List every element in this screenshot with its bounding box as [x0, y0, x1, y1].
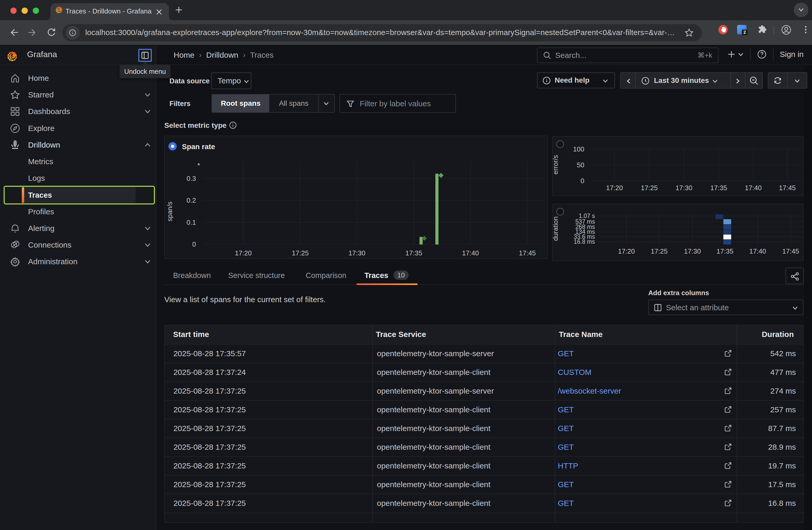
svg-text:50: 50	[577, 161, 584, 169]
svg-text:0.1: 0.1	[187, 219, 196, 226]
svg-text:17:45: 17:45	[782, 247, 799, 255]
svg-text:17:20: 17:20	[235, 249, 251, 257]
svg-text:17:45: 17:45	[519, 249, 536, 257]
svg-text:0.2: 0.2	[187, 196, 196, 204]
svg-text:error/s: error/s	[552, 155, 559, 174]
svg-text:17:40: 17:40	[745, 184, 762, 192]
svg-text:17:35: 17:35	[405, 249, 422, 257]
svg-text:100: 100	[573, 145, 584, 153]
svg-text:17:20: 17:20	[606, 184, 623, 192]
svg-text:17:20: 17:20	[618, 247, 635, 255]
svg-text:17:35: 17:35	[716, 247, 733, 255]
svg-text:16.8 ms: 16.8 ms	[574, 238, 595, 245]
svg-text:span/s: span/s	[166, 202, 174, 222]
svg-text:17:30: 17:30	[676, 184, 693, 192]
svg-text:17:40: 17:40	[749, 247, 766, 255]
svg-text:0: 0	[192, 240, 196, 248]
svg-text:duration: duration	[552, 217, 559, 241]
svg-text:17:35: 17:35	[710, 184, 727, 192]
svg-text:17:25: 17:25	[641, 184, 657, 192]
svg-text:17:25: 17:25	[292, 249, 309, 257]
svg-text:0.3: 0.3	[187, 175, 196, 182]
svg-text:17:30: 17:30	[684, 247, 701, 255]
svg-text:0: 0	[581, 177, 584, 185]
svg-text:17:40: 17:40	[462, 249, 479, 257]
svg-text:17:25: 17:25	[651, 247, 667, 255]
svg-text:17:30: 17:30	[349, 249, 365, 257]
svg-text:17:45: 17:45	[779, 184, 796, 192]
